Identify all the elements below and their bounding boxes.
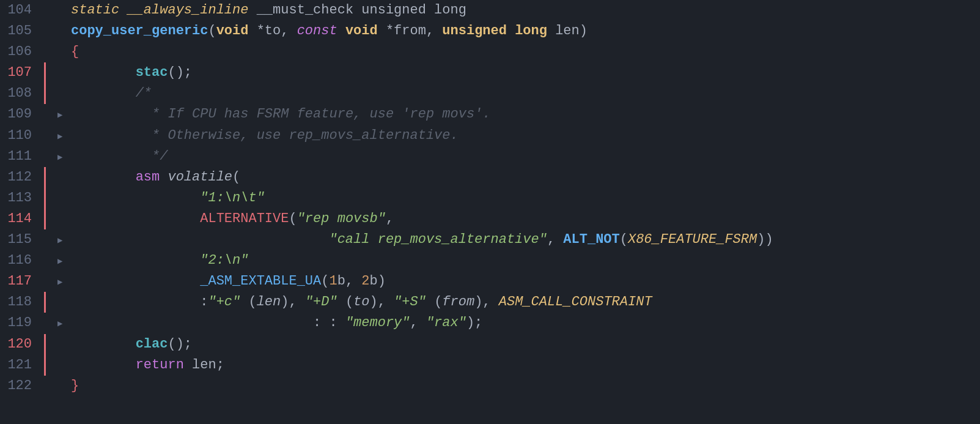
line-number: 115 <box>0 229 44 250</box>
code-line: 115▶ "call rep_movs_alternative", ALT_NO… <box>0 229 980 250</box>
gutter-bar <box>44 209 48 229</box>
code-content: */ <box>71 146 980 167</box>
gutter-bar <box>44 355 48 376</box>
gutter-bar <box>44 62 48 83</box>
code-content: asm volatile( <box>71 167 980 188</box>
code-content: return len; <box>71 355 980 376</box>
line-number: 109 <box>0 104 44 125</box>
line-number: 105 <box>0 21 44 42</box>
line-number: 113 <box>0 188 44 209</box>
code-line: 113 "1:\n\t" <box>0 188 980 209</box>
code-content: "1:\n\t" <box>71 188 980 209</box>
line-number: 107 <box>0 62 44 83</box>
code-line: 122} <box>0 376 980 396</box>
gutter-bar <box>44 292 48 313</box>
code-content: } <box>71 376 980 396</box>
line-number: 119 <box>0 313 44 333</box>
line-number: 110 <box>0 125 44 146</box>
gutter-arrow[interactable]: ▶ <box>57 109 71 122</box>
code-line: 104static __always_inline __must_check u… <box>0 0 980 21</box>
line-number: 122 <box>0 376 44 396</box>
code-content: { <box>71 42 980 62</box>
code-editor: 104static __always_inline __must_check u… <box>0 0 980 424</box>
line-number: 108 <box>0 83 44 104</box>
code-content: :"+c" (len), "+D" (to), "+S" (from), ASM… <box>71 292 980 313</box>
code-content: clac(); <box>71 334 980 355</box>
code-content: ALTERNATIVE("rep movsb", <box>71 209 980 229</box>
code-content: * Otherwise, use rep_movs_alternative. <box>71 125 980 146</box>
code-line: 117▶ _ASM_EXTABLE_UA(1b, 2b) <box>0 271 980 292</box>
code-line: 110▶ * Otherwise, use rep_movs_alternati… <box>0 125 980 146</box>
line-number: 117 <box>0 271 44 292</box>
code-content: "2:\n" <box>71 250 980 271</box>
line-number: 111 <box>0 146 44 167</box>
code-line: 111▶ */ <box>0 146 980 167</box>
gutter-bar <box>44 334 48 355</box>
line-number: 118 <box>0 292 44 313</box>
code-line: 114 ALTERNATIVE("rep movsb", <box>0 209 980 229</box>
gutter-arrow[interactable]: ▶ <box>57 255 71 269</box>
code-line: 119▶ : : "memory", "rax"); <box>0 313 980 333</box>
code-line: 109▶ * If CPU has FSRM feature, use 'rep… <box>0 104 980 125</box>
gutter-arrow[interactable]: ▶ <box>57 130 71 144</box>
line-number: 106 <box>0 42 44 62</box>
line-number: 112 <box>0 167 44 188</box>
line-number: 121 <box>0 355 44 376</box>
code-content: copy_user_generic(void *to, const void *… <box>71 21 980 42</box>
code-line: 121 return len; <box>0 355 980 376</box>
code-line: 112 asm volatile( <box>0 167 980 188</box>
code-content: * If CPU has FSRM feature, use 'rep movs… <box>71 104 980 125</box>
gutter-arrow[interactable]: ▶ <box>57 318 71 331</box>
code-line: 116▶ "2:\n" <box>0 250 980 271</box>
code-content: stac(); <box>71 62 980 83</box>
gutter-arrow[interactable]: ▶ <box>57 276 71 289</box>
gutter-bar <box>44 188 48 209</box>
code-line: 108 /* <box>0 83 980 104</box>
code-line: 118 :"+c" (len), "+D" (to), "+S" (from),… <box>0 292 980 313</box>
line-number: 120 <box>0 334 44 355</box>
code-line: 120 clac(); <box>0 334 980 355</box>
line-number: 116 <box>0 250 44 271</box>
code-content: static __always_inline __must_check unsi… <box>71 0 980 21</box>
code-line: 105copy_user_generic(void *to, const voi… <box>0 21 980 42</box>
code-content: "call rep_movs_alternative", ALT_NOT(X86… <box>71 229 980 250</box>
code-content: /* <box>71 83 980 104</box>
line-number: 114 <box>0 209 44 229</box>
code-content: _ASM_EXTABLE_UA(1b, 2b) <box>71 271 980 292</box>
gutter-bar <box>44 167 48 188</box>
code-line: 106{ <box>0 42 980 62</box>
line-number: 104 <box>0 0 44 21</box>
gutter-arrow[interactable]: ▶ <box>57 151 71 165</box>
gutter-arrow[interactable]: ▶ <box>57 234 71 248</box>
code-line: 107 stac(); <box>0 62 980 83</box>
code-content: : : "memory", "rax"); <box>71 313 980 333</box>
gutter-bar <box>44 83 48 104</box>
